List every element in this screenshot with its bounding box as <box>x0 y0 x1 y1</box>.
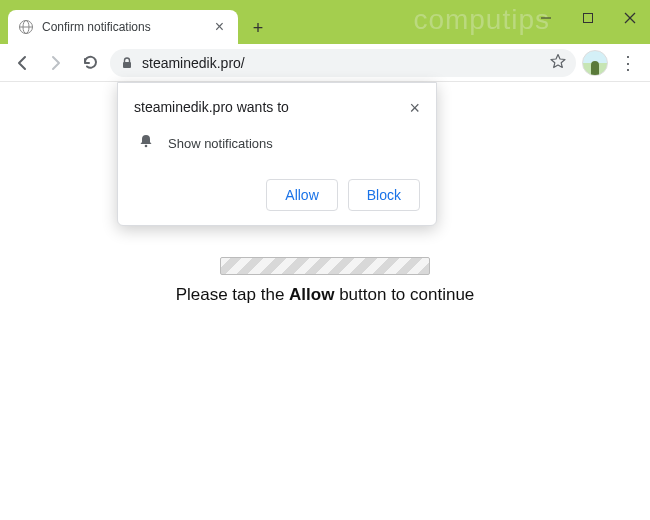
menu-button[interactable]: ⋮ <box>614 52 642 74</box>
new-tab-button[interactable]: + <box>244 14 272 42</box>
address-bar[interactable]: steaminedik.pro/ <box>110 49 576 77</box>
maximize-button[interactable] <box>576 6 600 30</box>
fake-progress-bar <box>220 257 430 275</box>
permission-origin-text: steaminedik.pro wants to <box>134 99 289 115</box>
watermark-text: computips <box>413 4 550 36</box>
url-text: steaminedik.pro/ <box>142 55 542 71</box>
forward-button[interactable] <box>42 49 70 77</box>
titlebar: computips Confirm notifications × + <box>0 0 650 44</box>
svg-point-8 <box>145 145 148 148</box>
svg-rect-7 <box>123 62 131 68</box>
page-message: Please tap the Allow button to continue <box>0 285 650 305</box>
minimize-button[interactable] <box>534 6 558 30</box>
permission-capability-label: Show notifications <box>168 136 273 151</box>
tab-close-button[interactable]: × <box>211 18 228 36</box>
close-window-button[interactable] <box>618 6 642 30</box>
tab-title: Confirm notifications <box>42 20 211 34</box>
globe-icon <box>18 19 34 35</box>
lock-icon <box>120 56 134 70</box>
page-message-bold: Allow <box>289 285 334 304</box>
profile-avatar[interactable] <box>582 50 608 76</box>
allow-button[interactable]: Allow <box>266 179 337 211</box>
toolbar: steaminedik.pro/ ⋮ <box>0 44 650 82</box>
back-button[interactable] <box>8 49 36 77</box>
bookmark-star-icon[interactable] <box>550 53 566 73</box>
page-message-post: button to continue <box>334 285 474 304</box>
browser-tab[interactable]: Confirm notifications × <box>8 10 238 44</box>
window-controls <box>534 6 642 30</box>
page-message-pre: Please tap the <box>176 285 289 304</box>
block-button[interactable]: Block <box>348 179 420 211</box>
permission-dialog: steaminedik.pro wants to × Show notifica… <box>117 82 437 226</box>
permission-close-button[interactable]: × <box>409 99 420 117</box>
svg-rect-1 <box>584 14 593 23</box>
bell-icon <box>138 133 154 153</box>
page-body: Please tap the Allow button to continue <box>0 257 650 305</box>
page-content: steaminedik.pro wants to × Show notifica… <box>0 82 650 520</box>
reload-button[interactable] <box>76 49 104 77</box>
